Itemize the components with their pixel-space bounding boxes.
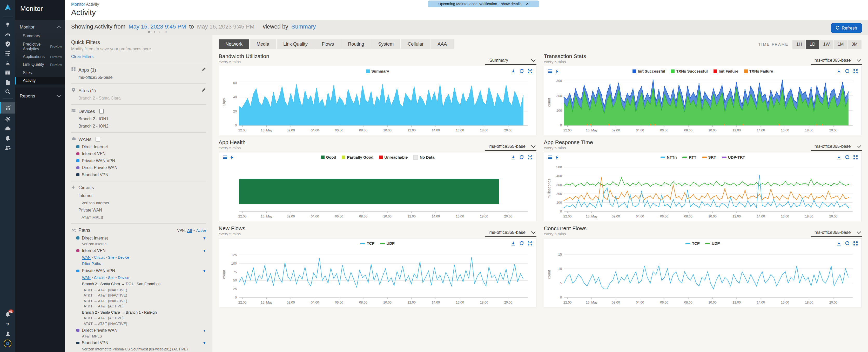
- chevron-down-icon[interactable]: ▼: [203, 269, 206, 273]
- download-icon[interactable]: [511, 155, 516, 160]
- rail-item-dashboard[interactable]: [0, 30, 15, 38]
- refresh-icon[interactable]: [845, 155, 849, 160]
- sidebar-item-link-quality[interactable]: Link QualityPreview: [15, 61, 65, 69]
- nav-section-header-monitor[interactable]: Monitor: [15, 22, 65, 32]
- rail-item-settings[interactable]: [0, 115, 15, 123]
- chevron-down-icon[interactable]: ▼: [203, 249, 206, 252]
- chevron-down-icon[interactable]: ▼: [203, 341, 206, 345]
- expand-icon[interactable]: [853, 155, 858, 160]
- sidebar-item-predictive-analytics[interactable]: Predictive AnalyticsPreview: [15, 40, 65, 53]
- refresh-button[interactable]: Refresh: [831, 23, 862, 33]
- refresh-icon[interactable]: [520, 69, 524, 74]
- filter-paths-link[interactable]: Filter Paths: [82, 261, 206, 266]
- chart-scope-dropdown[interactable]: ms-office365-base: [485, 143, 537, 151]
- data-table-icon[interactable]: [223, 155, 227, 160]
- tab-link-quality[interactable]: Link Quality: [277, 39, 315, 49]
- tab-system[interactable]: System: [371, 39, 401, 49]
- pagination-arrow-1[interactable]: ‹: [154, 30, 156, 33]
- pagination-arrow-2[interactable]: ›: [159, 30, 161, 33]
- vpn-active-link[interactable]: Active: [196, 228, 206, 232]
- refresh-icon[interactable]: [520, 155, 524, 160]
- lightning-icon[interactable]: [555, 155, 560, 160]
- nav-section-header-reports[interactable]: Reports: [15, 91, 65, 101]
- banner-show-details-link[interactable]: show details: [501, 2, 521, 6]
- tab-routing[interactable]: Routing: [341, 39, 371, 49]
- chevron-down-icon[interactable]: ▼: [203, 328, 206, 332]
- vpn-all-link[interactable]: All: [187, 228, 192, 232]
- rail-item-reports[interactable]: [0, 78, 15, 86]
- path-link-wan[interactable]: WAN: [82, 255, 91, 259]
- refresh-icon[interactable]: [845, 69, 849, 74]
- rail-item-analytics[interactable]: [0, 102, 15, 113]
- path-link-site[interactable]: Site: [108, 275, 115, 280]
- timeframe-1h[interactable]: 1H: [793, 40, 806, 48]
- download-icon[interactable]: [836, 241, 841, 246]
- sidebar-item-activity[interactable]: Activity: [15, 77, 65, 85]
- chart-scope-dropdown[interactable]: ms-office365-base: [485, 228, 537, 237]
- download-icon[interactable]: [511, 241, 516, 246]
- expand-icon[interactable]: [528, 155, 532, 160]
- filter-checkbox[interactable]: [99, 109, 104, 113]
- timeframe-1d[interactable]: 1D: [806, 40, 820, 48]
- expand-icon[interactable]: [853, 241, 858, 246]
- download-icon[interactable]: [836, 155, 841, 160]
- rail-item-notifications[interactable]: [0, 134, 15, 142]
- rail-item-security[interactable]: [0, 40, 15, 48]
- tab-media[interactable]: Media: [250, 39, 277, 49]
- edit-filter-button[interactable]: [202, 67, 206, 73]
- rail-item-users[interactable]: [0, 144, 15, 152]
- rail-item-controls[interactable]: [0, 49, 15, 58]
- path-link-circuit[interactable]: Circuit: [94, 275, 105, 280]
- path-link-circuit[interactable]: Circuit: [94, 255, 105, 259]
- tab-cellular[interactable]: Cellular: [401, 39, 431, 49]
- sidebar-item-summary[interactable]: Summary: [15, 32, 65, 40]
- rail-item-alarms[interactable]: [0, 59, 15, 67]
- path-link-wan[interactable]: WAN: [82, 275, 91, 280]
- viewed-by-summary-link[interactable]: Summary: [291, 23, 316, 30]
- download-icon[interactable]: [836, 69, 841, 74]
- lightning-icon[interactable]: [555, 69, 560, 74]
- tab-network[interactable]: Network: [219, 39, 250, 49]
- rail-item-layout[interactable]: [0, 68, 15, 77]
- chart-scope-dropdown[interactable]: ms-office365-base: [810, 228, 862, 237]
- refresh-icon[interactable]: [845, 241, 849, 246]
- edit-filter-button[interactable]: [202, 87, 206, 93]
- chart-scope-dropdown[interactable]: ms-office365-base: [810, 143, 862, 151]
- rail-item-search[interactable]: [0, 87, 15, 96]
- path-link-device[interactable]: Device: [118, 275, 129, 280]
- from-date-link[interactable]: May 15, 2023 9:45 PM: [128, 23, 186, 30]
- banner-close-icon[interactable]: ×: [526, 2, 528, 6]
- path-link-site[interactable]: Site: [108, 255, 115, 259]
- rail-item-insights[interactable]: [0, 21, 15, 29]
- rail-item-avatar[interactable]: CI: [0, 339, 15, 348]
- tab-flows[interactable]: Flows: [315, 39, 341, 49]
- rail-item-help[interactable]: ?: [0, 320, 15, 328]
- sidebar-item-sites[interactable]: Sites: [15, 69, 65, 77]
- lightning-icon[interactable]: [229, 155, 234, 160]
- data-table-icon[interactable]: [548, 69, 553, 74]
- filter-checkbox[interactable]: [96, 137, 100, 142]
- pagination-arrow-0[interactable]: «: [148, 30, 150, 33]
- pagination-arrow-3[interactable]: »: [164, 30, 167, 33]
- expand-icon[interactable]: [853, 69, 858, 74]
- rail-item-cloud[interactable]: [0, 125, 15, 133]
- timeframe-3m[interactable]: 3M: [848, 40, 862, 48]
- timeframe-1w[interactable]: 1W: [819, 40, 834, 48]
- refresh-icon[interactable]: [520, 241, 524, 246]
- rail-item-user[interactable]: [0, 330, 15, 338]
- tab-aaa[interactable]: AAA: [431, 39, 454, 49]
- download-icon[interactable]: [511, 69, 516, 74]
- expand-icon[interactable]: [528, 241, 532, 246]
- chevron-down-icon[interactable]: ▼: [203, 236, 206, 240]
- timeframe-1m[interactable]: 1M: [834, 40, 848, 48]
- sidebar-item-applications[interactable]: ApplicationsPreview: [15, 53, 65, 61]
- chart-scope-dropdown[interactable]: ms-office365-base: [810, 57, 862, 65]
- chart-scope-dropdown[interactable]: Summary: [485, 57, 537, 65]
- clear-filters-link[interactable]: Clear Filters: [71, 55, 93, 59]
- breadcrumb-monitor-link[interactable]: Monitor: [71, 2, 85, 7]
- brand-logo[interactable]: [0, 0, 15, 15]
- data-table-icon[interactable]: [548, 155, 553, 160]
- path-link-device[interactable]: Device: [118, 255, 129, 259]
- expand-icon[interactable]: [528, 69, 532, 74]
- rail-item-alerts[interactable]: 61: [0, 311, 15, 319]
